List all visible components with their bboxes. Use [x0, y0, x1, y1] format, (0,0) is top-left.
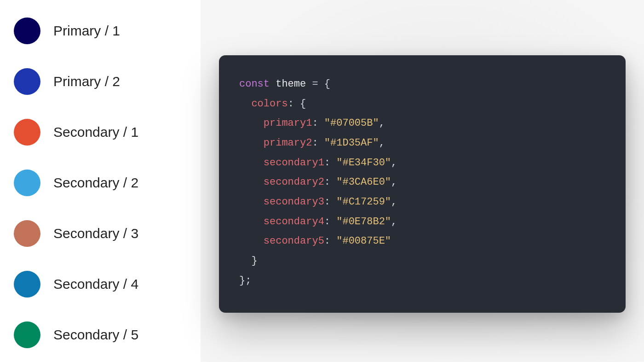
token-string: "#C17259" — [336, 196, 391, 208]
swatch-label: Secondary / 5 — [53, 327, 138, 343]
token-comma: , — [391, 157, 397, 169]
token-colon: : — [324, 157, 336, 169]
palette-row: Secondary / 4 — [14, 271, 187, 298]
token-colon: : — [324, 176, 336, 188]
token-variable: theme — [276, 78, 306, 90]
palette-row: Secondary / 1 — [14, 119, 187, 146]
code-preview-panel: const theme = { colors: { primary1: "#07… — [201, 0, 644, 362]
color-palette-sidebar: Primary / 1 Primary / 2 Secondary / 1 Se… — [0, 0, 201, 362]
color-swatch-primary-1 — [14, 18, 40, 44]
code-block: const theme = { colors: { primary1: "#07… — [239, 75, 605, 291]
token-keyword: const — [239, 78, 270, 90]
token-colon: : — [312, 137, 324, 149]
color-swatch-secondary-3 — [14, 220, 40, 247]
swatch-label: Secondary / 2 — [53, 175, 138, 191]
token-string: "#07005B" — [324, 117, 379, 129]
token-comma: , — [379, 117, 385, 129]
palette-row: Secondary / 3 — [14, 220, 187, 247]
token-colon: : — [312, 117, 324, 129]
color-swatch-secondary-4 — [14, 271, 40, 298]
token-property: secondary1 — [264, 157, 324, 169]
token-operator: = { — [306, 78, 330, 90]
token-string: "#00875E" — [336, 235, 391, 247]
color-swatch-primary-2 — [14, 68, 40, 95]
token-property: secondary2 — [264, 176, 324, 188]
token-string: "#3CA6E0" — [336, 176, 391, 188]
token-property: secondary3 — [264, 196, 324, 208]
token-comma: , — [391, 216, 397, 228]
token-brace: } — [251, 255, 257, 267]
palette-row: Primary / 1 — [14, 18, 187, 44]
token-string: "#0E78B2" — [336, 216, 391, 228]
token-comma: , — [391, 196, 397, 208]
token-brace: }; — [239, 275, 251, 286]
token-property: primary2 — [264, 137, 312, 149]
swatch-label: Primary / 1 — [53, 23, 120, 39]
token-colon: : — [324, 235, 336, 247]
token-string: "#E34F30" — [336, 157, 391, 169]
token-property: secondary4 — [264, 216, 324, 228]
color-swatch-secondary-1 — [14, 119, 40, 146]
palette-row: Secondary / 5 — [14, 321, 187, 348]
swatch-label: Secondary / 1 — [53, 124, 138, 140]
token-comma: , — [379, 137, 385, 149]
palette-row: Primary / 2 — [14, 68, 187, 95]
token-comma: , — [391, 176, 397, 188]
token-property: primary1 — [264, 117, 312, 129]
swatch-label: Secondary / 4 — [53, 276, 138, 292]
code-card: const theme = { colors: { primary1: "#07… — [219, 55, 626, 313]
token-string: "#1D35AF" — [324, 137, 379, 149]
token-colon: : — [324, 196, 336, 208]
swatch-label: Secondary / 3 — [53, 226, 138, 241]
swatch-label: Primary / 2 — [53, 74, 120, 89]
color-swatch-secondary-2 — [14, 169, 40, 196]
color-swatch-secondary-5 — [14, 321, 40, 348]
token-operator: : { — [288, 98, 306, 110]
token-property: colors — [251, 98, 288, 110]
palette-row: Secondary / 2 — [14, 169, 187, 196]
token-property: secondary5 — [264, 235, 324, 247]
token-colon: : — [324, 216, 336, 228]
